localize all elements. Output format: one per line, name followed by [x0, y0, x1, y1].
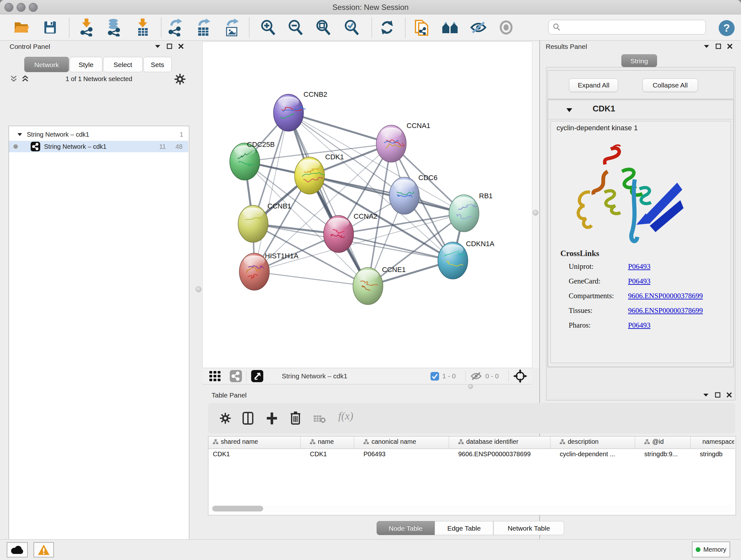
network-node-CDC25B[interactable]: CDC25B — [230, 140, 275, 180]
first-neighbors-icon[interactable] — [441, 18, 460, 37]
tab-node-table[interactable]: Node Table — [377, 521, 434, 535]
crosslink-pharos-link[interactable]: P06493 — [628, 321, 650, 329]
add-column-icon[interactable] — [266, 412, 278, 425]
column-header-shared-name[interactable]: shared name — [213, 438, 298, 445]
zoom-in-icon[interactable] — [259, 18, 277, 37]
table-hscrollbar[interactable] — [210, 505, 734, 512]
export-table-icon[interactable] — [194, 18, 212, 37]
crosslink-compartments-link[interactable]: 9606.ENSP00000378699 — [628, 292, 703, 300]
import-network-from-database-icon[interactable] — [104, 18, 123, 37]
grid-view-icon[interactable] — [209, 371, 223, 381]
selected-checkbox-icon[interactable] — [430, 372, 439, 381]
export-image-icon[interactable] — [222, 18, 241, 37]
column-header-description[interactable]: description — [560, 438, 631, 445]
hide-selected-icon[interactable] — [469, 18, 488, 37]
open-session-icon[interactable] — [12, 18, 31, 37]
zoom-selected-icon[interactable] — [342, 18, 361, 37]
import-table-icon[interactable] — [133, 18, 152, 37]
network-edge-CCNB2-CCNA1[interactable] — [288, 113, 391, 144]
network-node-RB1[interactable]: RB1 — [449, 192, 493, 232]
node-gloss — [357, 270, 379, 281]
float-panel-icon[interactable] — [703, 393, 709, 397]
crosslink-uniprot-link[interactable]: P06493 — [628, 262, 650, 271]
expand-all-button[interactable]: Expand All — [569, 78, 618, 92]
node-gloss — [381, 127, 402, 138]
detach-view-icon[interactable] — [251, 370, 263, 382]
tab-select[interactable]: Select — [103, 57, 143, 72]
network-node-CDK1[interactable]: CDK1 — [294, 153, 344, 194]
network-options-gear-icon[interactable] — [174, 73, 186, 85]
network-node-CCNB2[interactable]: CCNB2 — [273, 90, 327, 131]
close-panel-icon[interactable] — [726, 392, 732, 398]
network-edge-HIST1H1A-CCNE1[interactable] — [254, 272, 368, 286]
column-header-database-identifier[interactable]: database identifier — [458, 438, 548, 445]
cloud-sync-button[interactable] — [7, 542, 28, 557]
warnings-button[interactable] — [33, 542, 54, 557]
network-node-count: 11 — [159, 143, 166, 150]
network-edge-CCNB2-CCNE1[interactable] — [288, 113, 368, 286]
tab-network-table[interactable]: Network Table — [493, 521, 564, 535]
crosslink-tissues-link[interactable]: 9606.ENSP00000378699 — [628, 307, 703, 315]
column-separator — [449, 436, 449, 449]
collapse-all-button[interactable]: Collapse All — [643, 78, 698, 92]
network-row-selected[interactable]: String Network – cdk1 11 48 — [9, 141, 188, 152]
table-panel: Table Panel f(x) shared name name — [204, 388, 739, 539]
tab-string[interactable]: String — [621, 54, 657, 67]
results-splitter-grip[interactable] — [533, 210, 538, 215]
crosslink-genecard-link[interactable]: P06493 — [628, 277, 650, 286]
network-view-icon[interactable] — [230, 370, 242, 382]
column-header-id[interactable]: @id — [644, 438, 687, 445]
float-panel-icon[interactable] — [154, 44, 161, 49]
export-network-icon[interactable] — [166, 18, 185, 37]
column-type-icon — [213, 439, 218, 444]
tab-edge-table[interactable]: Edge Table — [434, 521, 493, 535]
network-edge-CCNB2-HIST1H1A[interactable] — [254, 113, 288, 272]
select-columns-icon[interactable] — [243, 412, 253, 425]
tab-network[interactable]: Network — [24, 57, 69, 72]
vertical-splitter-grip[interactable] — [196, 287, 201, 292]
column-header-namespace[interactable]: namespace — [700, 438, 734, 445]
collection-expand-icon[interactable] — [17, 132, 22, 136]
delete-column-icon[interactable] — [290, 411, 300, 425]
float-panel-icon[interactable] — [703, 44, 710, 49]
network-node-label-CCNA1: CCNA1 — [407, 122, 430, 130]
memory-button[interactable]: Memory — [692, 542, 730, 557]
refresh-layout-icon[interactable] — [378, 18, 396, 37]
search-input[interactable] — [561, 23, 699, 31]
save-session-icon[interactable] — [41, 18, 59, 37]
network-canvas[interactable]: CCNB2CCNA1CDC25BCDK1CDC6RB1CCNB1CCNA2CDK… — [202, 42, 532, 368]
hidden-eye-icon[interactable] — [470, 371, 482, 381]
network-collection-row[interactable]: String Network – cdk1 1 — [9, 129, 188, 140]
help-icon[interactable]: ? — [718, 19, 736, 37]
birdseye-crosshair-icon[interactable] — [513, 369, 527, 383]
node-gloss — [328, 218, 349, 229]
network-node-CDKN1A[interactable]: CDKN1A — [438, 240, 495, 279]
network-node-CCNA2[interactable]: CCNA2 — [324, 212, 378, 253]
nav-separator — [465, 370, 466, 382]
show-all-icon[interactable] — [497, 18, 515, 37]
close-panel-icon[interactable] — [727, 44, 733, 49]
expand-all-icon[interactable] — [21, 75, 29, 83]
zoom-fit-icon[interactable] — [314, 18, 333, 37]
column-header-name[interactable]: name — [310, 438, 351, 445]
tab-sets[interactable]: Sets — [143, 57, 172, 72]
column-header-canonical-name[interactable]: canonical name — [363, 438, 447, 445]
maximize-panel-icon[interactable] — [716, 44, 721, 49]
crosslinks-heading: CrossLinks — [560, 249, 599, 258]
network-node-CCNE1[interactable]: CCNE1 — [353, 266, 406, 305]
clone-network-icon[interactable] — [413, 18, 431, 37]
close-panel-icon[interactable] — [178, 44, 184, 49]
search-field[interactable] — [548, 20, 706, 35]
table-options-gear-icon[interactable] — [219, 413, 231, 424]
table-row[interactable]: CDK1 CDK1 P06493 9606.ENSP00000378699 cy… — [208, 449, 735, 461]
divider — [548, 119, 733, 119]
tab-style[interactable]: Style — [70, 57, 103, 72]
hscrollbar-thumb[interactable] — [212, 506, 263, 511]
maximize-panel-icon[interactable] — [715, 392, 721, 398]
zoom-out-icon[interactable] — [286, 18, 305, 37]
maximize-panel-icon[interactable] — [166, 44, 172, 49]
network-node-HIST1H1A[interactable]: HIST1H1A — [239, 252, 298, 290]
collapse-all-icon[interactable] — [10, 75, 18, 83]
gene-collapse-icon[interactable] — [566, 108, 573, 113]
import-network-icon[interactable] — [77, 18, 96, 37]
